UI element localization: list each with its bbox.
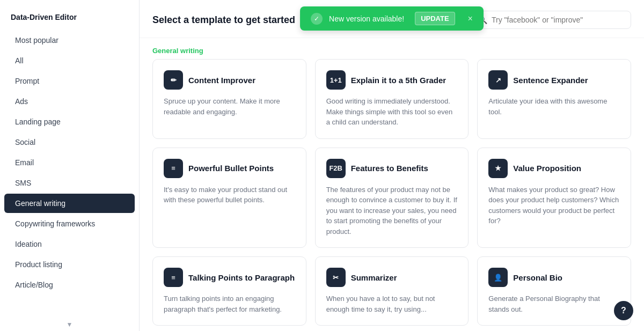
card-title: Content Improver bbox=[188, 76, 255, 85]
card-title: Sentence Expander bbox=[513, 76, 588, 85]
card-icon: ≡ bbox=[164, 159, 183, 178]
sidebar: Data-Driven Editor Most popularAllPrompt… bbox=[0, 0, 140, 331]
card-title: Value Proposition bbox=[513, 164, 581, 173]
card-header: ≡ Powerful Bullet Points bbox=[164, 159, 295, 178]
sidebar-item-article-blog[interactable]: Article/Blog bbox=[4, 275, 135, 295]
app-title: Data-Driven Editor bbox=[0, 9, 139, 30]
check-icon: ✓ bbox=[311, 13, 323, 25]
sidebar-nav: Most popularAllPromptAdsLanding pageSoci… bbox=[0, 30, 139, 331]
card-icon: ✏ bbox=[164, 70, 183, 90]
card-icon: 1+1 bbox=[326, 70, 346, 90]
card-icon: F2B bbox=[326, 159, 346, 178]
card-icon: ≡ bbox=[164, 268, 183, 287]
section-label: General writing bbox=[140, 38, 644, 59]
card-header: ≡ Talking Points to Paragraph bbox=[164, 268, 295, 287]
card-talking-points[interactable]: ≡ Talking Points to Paragraph Turn talki… bbox=[152, 256, 306, 326]
help-button[interactable]: ? bbox=[614, 301, 633, 320]
sidebar-item-ideation[interactable]: Ideation bbox=[4, 234, 135, 254]
sidebar-item-social[interactable]: Social bbox=[4, 133, 135, 152]
sidebar-item-landing-page[interactable]: Landing page bbox=[4, 112, 135, 131]
card-features-to-benefits[interactable]: F2B Features to Benefits The features of… bbox=[315, 148, 469, 248]
card-icon: ↗ bbox=[488, 70, 508, 90]
sidebar-item-prompt[interactable]: Prompt bbox=[4, 71, 135, 91]
card-desc: Spruce up your content. Make it more rea… bbox=[164, 96, 295, 117]
card-title: Powerful Bullet Points bbox=[188, 164, 274, 173]
sidebar-item-sms[interactable]: SMS bbox=[4, 173, 135, 193]
sidebar-item-general-writing[interactable]: General writing bbox=[4, 194, 135, 213]
card-icon: 👤 bbox=[488, 268, 508, 287]
card-content-improver[interactable]: ✏ Content Improver Spruce up your conten… bbox=[152, 59, 306, 139]
card-summarizer[interactable]: ✂ Summarizer When you have a lot to say,… bbox=[315, 256, 469, 326]
card-value-proposition[interactable]: ★ Value Proposition What makes your prod… bbox=[477, 148, 631, 248]
sidebar-item-copywriting-frameworks[interactable]: Copywriting frameworks bbox=[4, 214, 135, 233]
sidebar-item-all[interactable]: All bbox=[4, 51, 135, 70]
update-button[interactable]: UPDATE bbox=[415, 12, 455, 25]
card-header: ✏ Content Improver bbox=[164, 70, 295, 90]
card-header: 1+1 Explain it to a 5th Grader bbox=[326, 70, 458, 90]
card-title: Summarizer bbox=[351, 273, 397, 282]
card-header: 👤 Personal Bio bbox=[488, 268, 620, 287]
card-icon: ✂ bbox=[326, 268, 346, 287]
card-desc: It's easy to make your product stand out… bbox=[164, 185, 295, 205]
card-powerful-bullet-points[interactable]: ≡ Powerful Bullet Points It's easy to ma… bbox=[152, 148, 306, 248]
main-content: ✓ New version available! UPDATE × Select… bbox=[140, 0, 644, 331]
card-desc: Turn talking points into an engaging par… bbox=[164, 293, 295, 314]
sidebar-item-ads[interactable]: Ads bbox=[4, 92, 135, 111]
card-desc: Generate a Personal Biography that stand… bbox=[488, 293, 620, 314]
sidebar-item-most-popular[interactable]: Most popular bbox=[4, 31, 135, 50]
card-title: Features to Benefits bbox=[351, 164, 428, 173]
card-desc: What makes your product so great? How do… bbox=[488, 185, 620, 226]
card-sentence-expander[interactable]: ↗ Sentence Expander Articulate your idea… bbox=[477, 59, 631, 139]
sidebar-scroll-down[interactable]: ▼ bbox=[0, 318, 139, 331]
search-input[interactable] bbox=[492, 16, 623, 24]
card-header: ↗ Sentence Expander bbox=[488, 70, 620, 90]
cards-container: ✏ Content Improver Spruce up your conten… bbox=[140, 59, 644, 331]
cards-grid: ✏ Content Improver Spruce up your conten… bbox=[152, 59, 631, 326]
card-title: Personal Bio bbox=[513, 273, 562, 282]
card-icon: ★ bbox=[488, 159, 508, 178]
sidebar-item-email[interactable]: Email bbox=[4, 153, 135, 172]
card-title: Explain it to a 5th Grader bbox=[351, 76, 447, 85]
chevron-down-icon: ▼ bbox=[67, 321, 73, 328]
card-title: Talking Points to Paragraph bbox=[188, 273, 295, 282]
page-title: Select a template to get started bbox=[152, 14, 295, 26]
card-desc: When you have a lot to say, but not enou… bbox=[326, 293, 458, 314]
search-box: 🔍 bbox=[470, 11, 631, 29]
card-explain-5th-grader[interactable]: 1+1 Explain it to a 5th Grader Good writ… bbox=[315, 59, 469, 139]
close-icon[interactable]: × bbox=[468, 14, 473, 24]
card-header: ★ Value Proposition bbox=[488, 159, 620, 178]
card-header: F2B Features to Benefits bbox=[326, 159, 458, 178]
sidebar-item-product-listing[interactable]: Product listing bbox=[4, 255, 135, 274]
card-desc: The features of your product may not be … bbox=[326, 185, 458, 237]
notification-message: New version available! bbox=[329, 14, 404, 23]
card-header: ✂ Summarizer bbox=[326, 268, 458, 287]
card-desc: Articulate your idea with this awesome t… bbox=[488, 96, 620, 117]
notification-banner: ✓ New version available! UPDATE × bbox=[300, 6, 484, 31]
card-desc: Good writing is immediately understood. … bbox=[326, 96, 458, 128]
card-personal-bio[interactable]: 👤 Personal Bio Generate a Personal Biogr… bbox=[477, 256, 631, 326]
